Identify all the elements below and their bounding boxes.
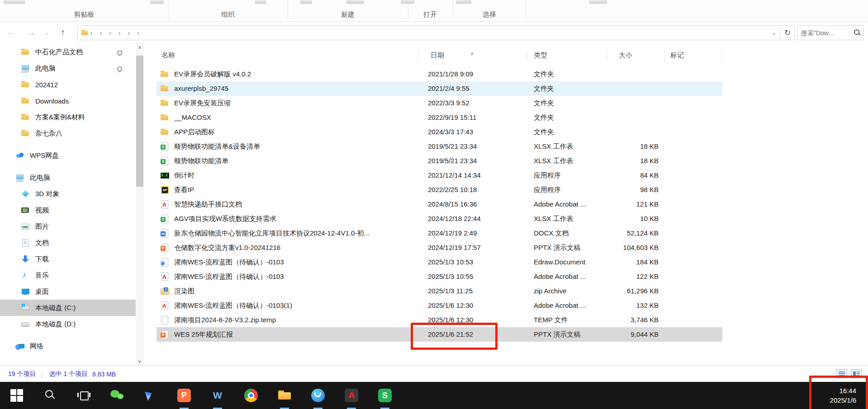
address-dropdown-icon[interactable]: ⌄ bbox=[768, 26, 780, 40]
breadcrumb-downloads[interactable] bbox=[135, 29, 145, 37]
file-explorer-icon[interactable] bbox=[268, 382, 301, 409]
file-type: PPTX 演示文稿 bbox=[534, 240, 580, 255]
EV录屏会员破解版 v4.0.2[interactable]: EV录屏会员破解版 v4.0.2 2021/1/28 9:09 文件夹 bbox=[157, 67, 722, 81]
scrollbar-thumb[interactable] bbox=[136, 56, 143, 187]
wechat-icon[interactable] bbox=[100, 382, 134, 409]
灌南WES-流程蓝图（待确认）-0103[interactable]: 灌南WES-流程蓝图（待确认）-0103 2025/1/3 10:53 Edra… bbox=[157, 255, 722, 269]
sidebar-item-documents[interactable]: 文档 bbox=[0, 235, 136, 251]
breadcrumb-fslinker[interactable] bbox=[126, 29, 136, 37]
灌南项目2024-8-28-V3.2.zip.temp[interactable]: 灌南项目2024-8-28-V3.2.zip.temp 2025/1/6 12:… bbox=[157, 313, 722, 327]
column-header-size[interactable]: 大小 bbox=[619, 51, 632, 60]
column-divider[interactable] bbox=[607, 50, 607, 61]
sidebar-item-downloads[interactable]: Downloads bbox=[0, 93, 136, 109]
address-box[interactable]: ⌄ bbox=[77, 25, 780, 40]
顺势物联功能清单[interactable]: 顺势物联功能清单 2019/5/21 23:34 XLSX 工作表 18 KB bbox=[157, 154, 722, 168]
file-name: 顺势物联功能清单 bbox=[174, 154, 228, 168]
forward-icon[interactable]: → bbox=[24, 22, 39, 43]
灌南WES-流程蓝图（待确认）-0103[interactable]: 灌南WES-流程蓝图（待确认）-0103 2025/1/3 10:55 Adob… bbox=[157, 269, 722, 284]
sidebar-item-desktop[interactable]: 桌面 bbox=[0, 283, 136, 300]
breadcrumb-this-pc[interactable] bbox=[89, 29, 98, 37]
up-icon[interactable]: ↑ bbox=[55, 22, 71, 43]
s-app-icon[interactable] bbox=[368, 382, 402, 409]
column-divider[interactable] bbox=[722, 50, 722, 61]
breadcrumb-01413153[interactable] bbox=[117, 29, 126, 37]
thumbnail-view-icon[interactable] bbox=[851, 369, 862, 378]
sidebar-item-icon bbox=[21, 189, 30, 198]
search-input[interactable] bbox=[800, 26, 852, 39]
writer-app-icon[interactable] bbox=[201, 382, 234, 409]
selection-count: 选中 1 个项目 bbox=[49, 370, 88, 378]
file-icon bbox=[160, 315, 169, 324]
task-view-button[interactable] bbox=[67, 382, 100, 409]
chrome-icon[interactable] bbox=[234, 382, 268, 409]
column-header-date[interactable]: 日期 bbox=[431, 51, 444, 60]
back-icon[interactable]: ← bbox=[4, 22, 19, 43]
sidebar-item-icon bbox=[21, 80, 30, 89]
ribbon-fragment bbox=[589, 0, 607, 4]
taskbar bbox=[0, 382, 868, 409]
ribbon-fragment bbox=[255, 0, 266, 4]
sidebar-item-downloads-lib[interactable]: 下载 bbox=[0, 251, 136, 267]
main-area: 中石化产品文档 此电脑 202412 Downloads 方案&案例&材料 杂七… bbox=[0, 43, 868, 365]
顺势物联功能清单&设备清单[interactable]: 顺势物联功能清单&设备清单 2019/5/21 23:34 XLSX 工作表 1… bbox=[157, 139, 722, 154]
column-divider[interactable] bbox=[418, 50, 418, 61]
sidebar-item-pictures[interactable]: 图片 bbox=[0, 218, 136, 235]
column-divider[interactable] bbox=[527, 50, 527, 61]
history-chevron-icon[interactable]: ⌄ bbox=[42, 22, 52, 43]
sidebar-item-music[interactable]: 音乐 bbox=[0, 267, 136, 283]
sidebar-item-drive-c[interactable]: 本地磁盘 (C:) bbox=[0, 300, 136, 316]
AGV项目实现W系统数据支持需求[interactable]: AGV项目实现W系统数据支持需求 2024/12/18 22:44 XLSX 工… bbox=[157, 212, 722, 226]
search-icon[interactable] bbox=[854, 29, 860, 36]
file-icon bbox=[160, 301, 169, 310]
address-bar: ← → ⌄ ↑ ⌄ ↻ bbox=[0, 22, 868, 43]
sidebar-item-wps-cloud[interactable]: WPS网盘 bbox=[0, 147, 136, 164]
browser-app-icon[interactable] bbox=[301, 382, 335, 409]
查看IP[interactable]: 查看IP 2022/2/25 10:18 应用程序 98 KB bbox=[157, 183, 722, 197]
ribbon-group-select: 选择 bbox=[453, 10, 526, 19]
scroll-up-icon[interactable]: ∧ bbox=[136, 43, 144, 51]
sidebar-scrollbar[interactable]: ∧ ∨ bbox=[136, 43, 144, 365]
file-explorer-window: 剪贴板 组织 新建 打开 选择 ← → ⌄ ↑ ⌄ ↻ 中石化产品文档 bbox=[0, 0, 868, 409]
breadcrumb-users[interactable] bbox=[107, 29, 117, 37]
search-box[interactable] bbox=[797, 25, 864, 40]
sidebar-item-this-pc-pinned[interactable]: 此电脑 bbox=[0, 60, 136, 76]
渲染图[interactable]: 渲染图 2025/1/3 11:25 zip Archive 61,296 KB bbox=[157, 284, 722, 298]
sidebar-item-this-pc[interactable]: 此电脑 bbox=[0, 169, 136, 186]
新东仓储园物流中心智能化立库项目技术协议2024-12-4V1.0-初...[interactable]: 新东仓储园物流中心智能化立库项目技术协议2024-12-4V1.0-初... 2… bbox=[157, 226, 722, 240]
sidebar-item-202412[interactable]: 202412 bbox=[0, 76, 136, 93]
sidebar-item-misc[interactable]: 杂七杂八 bbox=[0, 125, 136, 141]
倒计时[interactable]: 倒计时 2021/12/14 14:34 应用程序 84 KB bbox=[157, 168, 722, 183]
WES 25年规划汇报[interactable]: WES 25年规划汇报 2025/1/6 21:52 PPTX 演示文稿 9,0… bbox=[157, 327, 722, 342]
file-size: 184 KB bbox=[591, 255, 659, 269]
scroll-down-icon[interactable]: ∨ bbox=[136, 357, 144, 365]
presentation-app-icon[interactable] bbox=[167, 382, 201, 409]
sidebar-item-videos[interactable]: 视频 bbox=[0, 202, 136, 218]
column-header-tags[interactable]: 标记 bbox=[670, 51, 684, 60]
search-button[interactable] bbox=[33, 382, 67, 409]
details-view-icon[interactable] bbox=[836, 369, 847, 378]
智慧快递助手接口文档[interactable]: 智慧快递助手接口文档 2024/8/15 16:36 Adobe Acrobat… bbox=[157, 197, 722, 212]
EV录屏免安装压缩[interactable]: EV录屏免安装压缩 2022/3/3 9:52 文件夹 bbox=[157, 96, 722, 110]
column-header-type[interactable]: 类型 bbox=[534, 51, 547, 60]
breadcrumb-drive-c[interactable] bbox=[98, 29, 108, 37]
sidebar-item-network[interactable]: 网络 bbox=[0, 338, 136, 354]
__MACOSX[interactable]: __MACOSX 2022/9/19 15:11 文件夹 bbox=[157, 110, 722, 125]
sidebar-item-drive-d[interactable]: 本地磁盘 (D:) bbox=[0, 316, 136, 332]
start-button[interactable] bbox=[0, 382, 33, 409]
灌南WES-流程蓝图（待确认）-0103(1)[interactable]: 灌南WES-流程蓝图（待确认）-0103(1) 2025/1/6 12:30 A… bbox=[157, 298, 722, 313]
acrobat-icon[interactable] bbox=[335, 382, 368, 409]
file-date: 2024/12/19 2:49 bbox=[428, 226, 477, 240]
sidebar-item-label: 此电脑 bbox=[30, 174, 50, 182]
blue-arrow-app-icon[interactable] bbox=[134, 382, 167, 409]
column-divider[interactable] bbox=[664, 50, 665, 61]
sidebar-item-sinopec-docs[interactable]: 中石化产品文档 bbox=[0, 44, 136, 60]
taskbar-clock[interactable]: 16:44 2025/1/6 bbox=[800, 382, 868, 409]
column-header-name[interactable]: 名称 bbox=[161, 51, 175, 60]
refresh-icon[interactable]: ↻ bbox=[781, 25, 795, 40]
sidebar-item-plans-cases[interactable]: 方案&案例&材料 bbox=[0, 109, 136, 125]
sidebar-item-3d-objects[interactable]: 3D 对象 bbox=[0, 186, 136, 202]
仓储数字化交流方案v1.0-20241216[interactable]: 仓储数字化交流方案v1.0-20241216 2024/12/19 17:57 … bbox=[157, 240, 722, 255]
ribbon-fragment bbox=[4, 0, 25, 4]
axurerplsb_29745[interactable]: axurerplsb_29745 2021/2/4 9:55 文件夹 bbox=[157, 81, 722, 96]
APP启动图标[interactable]: APP启动图标 2024/3/3 17:43 文件夹 bbox=[157, 125, 722, 139]
